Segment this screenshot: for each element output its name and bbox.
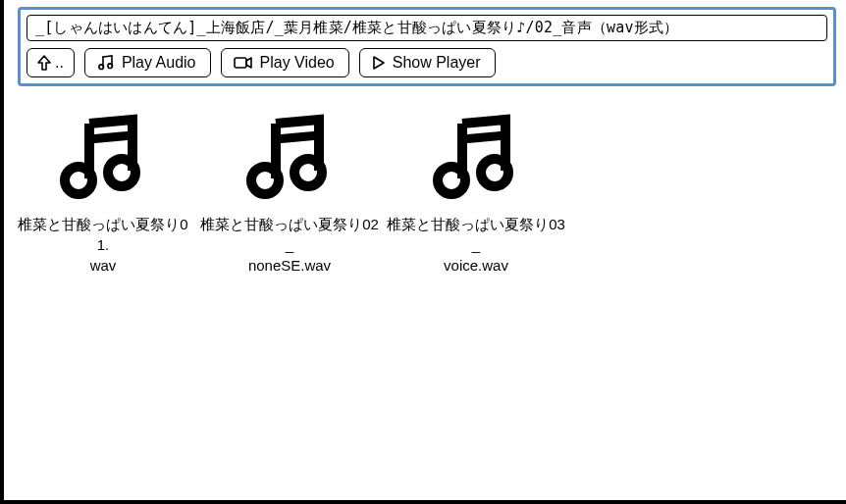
svg-point-0 xyxy=(99,65,104,70)
file-grid: 椎菜と甘酸っぱい夏祭り01. wav 椎菜と甘酸っぱい夏祭り02_ noneSE… xyxy=(4,90,846,279)
file-label: 椎菜と甘酸っぱい夏祭り02_ noneSE.wav xyxy=(200,214,379,276)
svg-point-7 xyxy=(438,167,465,194)
path-input[interactable] xyxy=(26,15,827,41)
svg-point-4 xyxy=(108,159,135,186)
file-item[interactable]: 椎菜と甘酸っぱい夏祭り03_ voice.wav xyxy=(383,96,569,279)
svg-point-6 xyxy=(294,159,322,186)
show-player-button[interactable]: Show Player xyxy=(359,48,496,77)
up-button-label: .. xyxy=(55,55,64,71)
svg-point-5 xyxy=(251,167,279,194)
play-audio-label: Play Audio xyxy=(122,55,196,71)
svg-rect-2 xyxy=(235,58,246,68)
play-video-label: Play Video xyxy=(260,55,335,71)
audio-file-icon xyxy=(429,110,523,204)
play-video-button[interactable]: Play Video xyxy=(221,48,349,77)
svg-point-3 xyxy=(65,167,92,194)
video-camera-icon xyxy=(234,55,253,71)
toolbar-buttons: .. Play Audio Play Video xyxy=(26,48,827,77)
audio-file-icon xyxy=(56,110,150,204)
play-triangle-icon xyxy=(372,55,386,71)
audio-file-icon xyxy=(242,110,337,204)
file-label: 椎菜と甘酸っぱい夏祭り03_ voice.wav xyxy=(387,214,565,276)
file-label: 椎菜と甘酸っぱい夏祭り01. wav xyxy=(14,214,192,276)
file-item[interactable]: 椎菜と甘酸っぱい夏祭り01. wav xyxy=(10,96,196,279)
show-player-label: Show Player xyxy=(393,55,481,71)
up-button[interactable]: .. xyxy=(26,48,75,77)
svg-point-8 xyxy=(481,159,508,186)
play-audio-button[interactable]: Play Audio xyxy=(84,48,211,77)
svg-point-1 xyxy=(108,64,113,69)
arrow-up-icon xyxy=(37,55,51,71)
toolbar: .. Play Audio Play Video xyxy=(18,7,836,86)
file-item[interactable]: 椎菜と甘酸っぱい夏祭り02_ noneSE.wav xyxy=(196,96,383,279)
music-note-icon xyxy=(97,54,115,72)
